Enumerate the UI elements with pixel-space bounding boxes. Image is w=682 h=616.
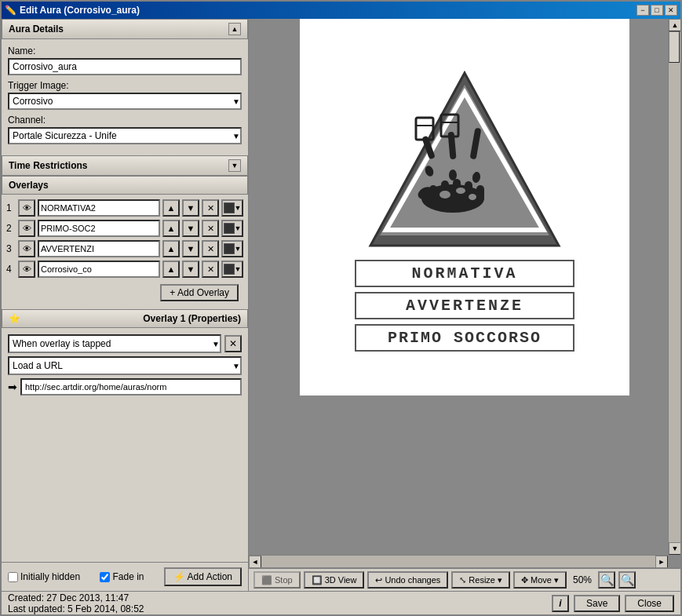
canvas-inner: NORMATIVA AVVERTENZE PRIMO SOCCORSO <box>300 19 629 395</box>
url-type-select[interactable]: Load a URL <box>8 356 242 375</box>
overlay-eye-btn-2[interactable]: 👁 <box>18 220 35 237</box>
overlay-name-wrapper-4: Corrosivo_co <box>38 261 160 278</box>
overlay-delete-btn-3[interactable]: ✕ <box>202 240 219 257</box>
overlay-color-btn-4[interactable]: ▼ <box>221 261 243 278</box>
maximize-button[interactable]: □ <box>651 5 663 16</box>
info-button[interactable]: i <box>552 595 569 612</box>
overlay-down-btn-3[interactable]: ▼ <box>182 240 199 257</box>
close-action-button[interactable]: ✕ <box>224 335 242 352</box>
aura-details-content: Name: Trigger Image: Corrosivo ▼ Channel… <box>2 39 248 155</box>
zoom-value: 50% <box>570 574 595 585</box>
resize-button[interactable]: ⤡ Resize ▾ <box>451 571 510 589</box>
scroll-up-button[interactable]: ▲ <box>669 19 680 31</box>
aura-details-header[interactable]: Aura Details ▲ <box>2 19 248 39</box>
scroll-track-h[interactable] <box>261 556 655 567</box>
scroll-thumb-v[interactable] <box>669 31 680 63</box>
overlay-num-1: 1 <box>6 202 16 213</box>
overlay-name-wrapper-2: PRIMO-SOC2 <box>38 220 160 237</box>
name-input[interactable] <box>8 58 242 75</box>
add-action-button[interactable]: ⚡ Add Action <box>164 567 242 586</box>
url-type-wrapper: Load a URL ▼ <box>8 356 242 375</box>
overlay-delete-btn-2[interactable]: ✕ <box>202 220 219 237</box>
overlay-up-btn-3[interactable]: ▲ <box>162 240 180 257</box>
move-button[interactable]: ✥ Move ▾ <box>513 571 567 589</box>
overlay-down-btn-2[interactable]: ▼ <box>182 220 199 237</box>
right-panel: NORMATIVA AVVERTENZE PRIMO SOCCORSO ▲ ▼ <box>249 19 680 591</box>
overlay-name-select-1[interactable]: NORMATIVA2 <box>38 199 160 217</box>
url-type-row: Load a URL ▼ <box>8 356 242 375</box>
canvas-area[interactable]: NORMATIVA AVVERTENZE PRIMO SOCCORSO <box>249 19 680 395</box>
overlay-name-select-3[interactable]: AVVERTENZI <box>38 240 160 257</box>
close-button[interactable]: Close <box>625 595 674 612</box>
undo-icon: ↩ <box>375 575 382 585</box>
overlay-up-btn-1[interactable]: ▲ <box>162 199 180 217</box>
bottom-toolbar: ⬛ Stop 🔲 3D View ↩ Undo changes ⤡ Resize… <box>249 567 680 591</box>
aura-details-section: Aura Details ▲ Name: Trigger Image: Corr… <box>2 19 248 155</box>
overlay-row-2: 2 👁 PRIMO-SOC2 ▲ ▼ ✕ ▼ <box>6 220 243 237</box>
stop-icon: ⬛ <box>261 575 272 585</box>
overlay-delete-btn-4[interactable]: ✕ <box>202 261 219 278</box>
window-close-button[interactable]: ✕ <box>665 5 677 16</box>
initially-hidden-checkbox[interactable] <box>8 572 18 582</box>
time-restrictions-header[interactable]: Time Restrictions ▼ <box>2 155 248 176</box>
overlay-down-btn-1[interactable]: ▼ <box>182 199 199 217</box>
channel-dropdown[interactable]: Portale Sicurezza - Unife <box>8 127 242 144</box>
overlay-eye-btn-4[interactable]: 👁 <box>18 261 35 278</box>
url-input[interactable] <box>20 378 242 395</box>
scroll-track-v[interactable] <box>669 31 680 542</box>
overlay-eye-btn-1[interactable]: 👁 <box>18 199 35 217</box>
scroll-down-button[interactable]: ▼ <box>669 542 680 555</box>
stop-button[interactable]: ⬛ Stop <box>253 571 301 589</box>
aura-details-title: Aura Details <box>9 24 64 35</box>
minimize-button[interactable]: − <box>636 5 649 16</box>
overlay-color-btn-3[interactable]: ▼ <box>221 240 243 257</box>
aura-details-toggle[interactable]: ▲ <box>228 23 241 35</box>
vertical-scrollbar: ▲ ▼ <box>668 19 680 555</box>
normativa-overlay-text: NORMATIVA <box>355 260 574 287</box>
svg-marker-1 <box>380 85 549 235</box>
overlay-color-btn-2[interactable]: ▼ <box>221 220 243 237</box>
bottom-options: Initially hidden Fade in ⚡ Add Action <box>2 562 248 591</box>
overlay-properties-header[interactable]: ⭐ Overlay 1 (Properties) <box>2 309 248 328</box>
action-trigger-select[interactable]: When overlay is tapped <box>8 334 221 353</box>
svg-point-17 <box>456 188 465 194</box>
view-3d-button[interactable]: 🔲 3D View <box>304 571 365 589</box>
url-input-row: ➡ <box>8 378 242 395</box>
overlay-color-btn-1[interactable]: ▼ <box>221 199 243 217</box>
overlay-delete-btn-1[interactable]: ✕ <box>202 199 219 217</box>
zoom-out-button[interactable]: 🔍 <box>618 571 636 589</box>
zoom-in-button[interactable]: 🔍 <box>598 571 615 589</box>
overlay-num-4: 4 <box>6 264 16 275</box>
action-trigger-row: When overlay is tapped ▼ ✕ <box>8 334 242 353</box>
warning-triangle-image <box>363 61 567 257</box>
fade-in-checkbox[interactable] <box>100 572 110 582</box>
scroll-left-button[interactable]: ◄ <box>249 556 261 567</box>
overlays-header[interactable]: Overlays <box>2 176 248 195</box>
name-label: Name: <box>8 46 242 56</box>
overlay-name-select-2[interactable]: PRIMO-SOC2 <box>38 220 160 237</box>
title-bar: ✏️ Edit Aura (Corrosivo_aura) − □ ✕ <box>2 2 680 19</box>
initially-hidden-label[interactable]: Initially hidden <box>8 571 80 582</box>
channel-dropdown-wrapper: Portale Sicurezza - Unife ▼ <box>8 127 242 144</box>
overlay-up-btn-2[interactable]: ▲ <box>162 220 180 237</box>
overlays-section: Overlays 1 👁 NORMATIVA2 ▲ ▼ <box>2 176 248 309</box>
created-label: Created: 27 Dec 2013, 11:47 <box>8 592 144 603</box>
scroll-right-button[interactable]: ► <box>655 556 668 567</box>
trigger-image-dropdown[interactable]: Corrosivo <box>8 93 242 110</box>
add-overlay-button[interactable]: + Add Overlay <box>160 284 239 301</box>
canvas-container: NORMATIVA AVVERTENZE PRIMO SOCCORSO ▲ ▼ <box>249 19 680 567</box>
overlay-down-btn-4[interactable]: ▼ <box>182 261 199 278</box>
time-restrictions-toggle[interactable]: ▼ <box>228 159 241 172</box>
overlay-name-select-4[interactable]: Corrosivo_co <box>38 261 160 278</box>
save-button[interactable]: Save <box>574 595 620 612</box>
overlay-eye-btn-3[interactable]: 👁 <box>18 240 35 257</box>
status-bar: Created: 27 Dec 2013, 11:47 Last updated… <box>2 591 680 614</box>
fade-in-label[interactable]: Fade in <box>100 571 144 582</box>
overlay-properties-title: Overlay 1 (Properties) <box>143 313 241 324</box>
main-content: Aura Details ▲ Name: Trigger Image: Corr… <box>2 19 680 591</box>
window-icon: ✏️ <box>5 5 16 16</box>
overlay-name-wrapper-3: AVVERTENZI <box>38 240 160 257</box>
undo-changes-button[interactable]: ↩ Undo changes <box>367 571 448 589</box>
overlay-up-btn-4[interactable]: ▲ <box>162 261 180 278</box>
move-icon: ✥ <box>521 575 528 585</box>
